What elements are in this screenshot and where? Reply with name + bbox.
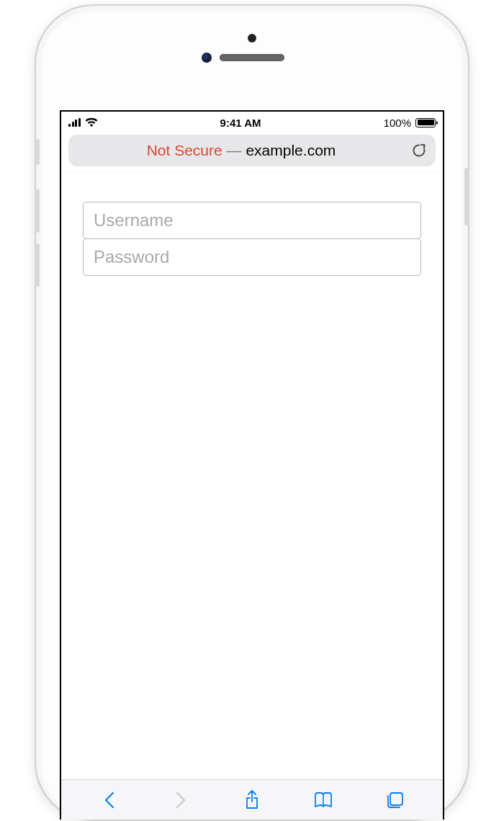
screen: 9:41 AM 100% Not Secure — example.com [60,110,444,820]
status-right: 100% [384,117,436,129]
back-button[interactable] [95,786,124,815]
volume-down-button [35,243,40,287]
reload-button[interactable] [411,143,427,158]
front-camera-icon [248,34,256,42]
browser-toolbar [61,779,443,820]
domain-label: example.com [246,142,336,158]
phone-bezel: 9:41 AM 100% Not Secure — example.com [40,9,464,820]
password-field[interactable] [83,238,421,276]
status-bar: 9:41 AM 100% [61,112,443,133]
security-status-label: Not Secure [147,142,222,158]
status-time: 9:41 AM [98,117,384,129]
earpiece-speaker-icon [220,54,284,61]
mute-switch [35,139,40,165]
battery-icon [415,118,436,127]
address-bar[interactable]: Not Secure — example.com [68,135,436,166]
address-separator: — [227,142,242,158]
share-button[interactable] [238,786,266,815]
power-button [464,168,469,225]
cellular-signal-icon [68,118,81,127]
wifi-icon [85,117,98,127]
address-text: Not Secure — example.com [77,142,405,159]
login-form [83,202,421,276]
proximity-sensor-icon [202,53,212,63]
phone-frame: 9:41 AM 100% Not Secure — example.com [36,6,468,820]
svg-rect-2 [390,793,402,805]
forward-button[interactable] [166,786,195,815]
volume-up-button [35,189,40,233]
bookmarks-button[interactable] [309,786,338,815]
battery-percentage: 100% [384,117,411,129]
webpage-content [61,172,443,305]
username-field[interactable] [83,202,421,239]
tabs-button[interactable] [380,786,409,815]
status-left [68,117,98,127]
